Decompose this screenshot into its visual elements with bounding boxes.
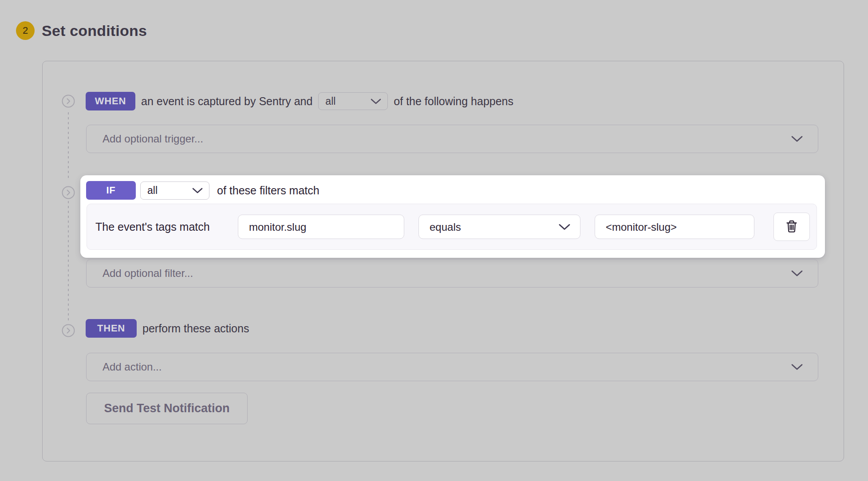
tag-key-input[interactable] [238, 215, 404, 239]
when-text-after: of the following happens [394, 95, 513, 108]
chevron-down-icon [371, 99, 381, 104]
if-text-after: of these filters match [217, 184, 320, 197]
delete-filter-button[interactable] [773, 213, 810, 241]
when-row: WHEN an event is captured by Sentry and … [86, 91, 513, 111]
filter-label: The event's tags match [95, 221, 210, 233]
conditions-panel: WHEN an event is captured by Sentry and … [42, 61, 844, 461]
chevron-down-icon [791, 136, 803, 142]
if-badge: IF [86, 181, 136, 200]
connector-line [68, 112, 69, 180]
when-match-select[interactable]: all [318, 92, 388, 110]
if-section-card: IF all of these filters match The event'… [80, 175, 825, 258]
add-action-placeholder: Add action... [103, 361, 162, 373]
chevron-right-circle-icon[interactable] [62, 186, 75, 199]
step-number-badge: 2 [16, 21, 35, 40]
if-match-select[interactable]: all [140, 181, 209, 200]
add-trigger-select[interactable]: Add optional trigger... [86, 125, 818, 153]
chevron-right-circle-icon[interactable] [62, 95, 75, 108]
operator-select-value: equals [430, 221, 461, 233]
chevron-down-icon [192, 188, 203, 193]
when-badge: WHEN [86, 92, 135, 110]
page-title: Set conditions [42, 22, 147, 39]
set-conditions-screen: 2 Set conditions WHEN an event is captur… [0, 0, 868, 481]
step-header: 2 Set conditions [16, 21, 147, 40]
tag-value-input[interactable] [595, 215, 754, 239]
add-filter-select[interactable]: Add optional filter... [86, 259, 818, 288]
chevron-down-icon [791, 270, 803, 276]
add-action-select[interactable]: Add action... [86, 353, 818, 381]
then-badge: THEN [86, 319, 137, 338]
then-text-after: perform these actions [142, 322, 249, 335]
if-match-select-value: all [147, 185, 158, 197]
trash-icon [785, 219, 798, 235]
if-row: IF all of these filters match [86, 181, 320, 200]
then-row: THEN perform these actions [86, 319, 249, 338]
chevron-down-icon [791, 364, 803, 370]
send-test-notification-button[interactable]: Send Test Notification [86, 393, 248, 424]
add-filter-placeholder: Add optional filter... [103, 267, 193, 280]
connector-line [68, 201, 69, 322]
chevron-down-icon [559, 224, 570, 230]
add-trigger-placeholder: Add optional trigger... [103, 133, 203, 145]
operator-select[interactable]: equals [418, 215, 580, 239]
filter-condition-row: The event's tags match equals [87, 204, 817, 250]
when-match-select-value: all [325, 95, 335, 107]
chevron-right-circle-icon[interactable] [62, 324, 75, 337]
when-text-before: an event is captured by Sentry and [141, 95, 312, 108]
